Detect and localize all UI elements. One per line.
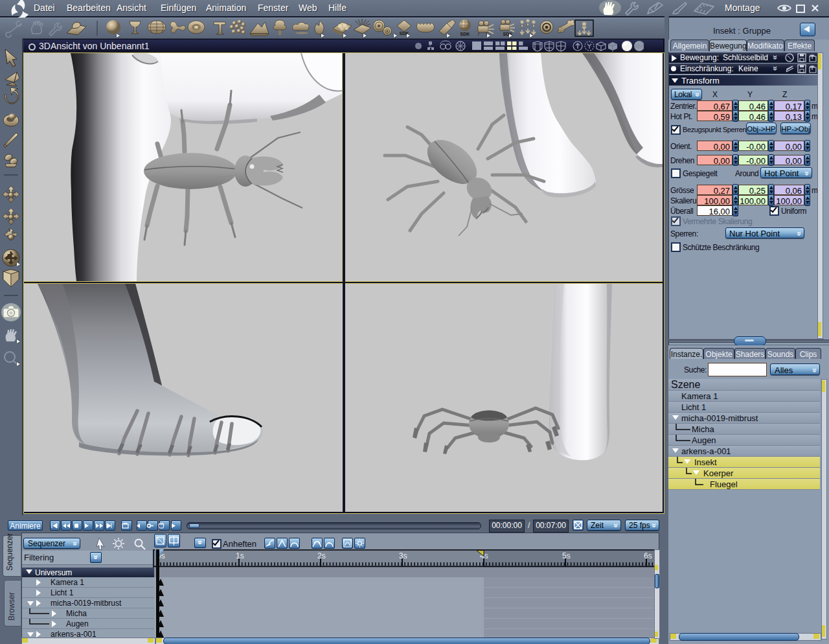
svg-text:3s: 3s	[399, 551, 407, 560]
svg-text:5s: 5s	[562, 551, 571, 560]
svg-text:1s: 1s	[236, 551, 244, 560]
svg-text:6s: 6s	[644, 551, 652, 560]
svg-text:2s: 2s	[317, 551, 326, 560]
svg-text:SDK: SDK	[460, 32, 470, 36]
